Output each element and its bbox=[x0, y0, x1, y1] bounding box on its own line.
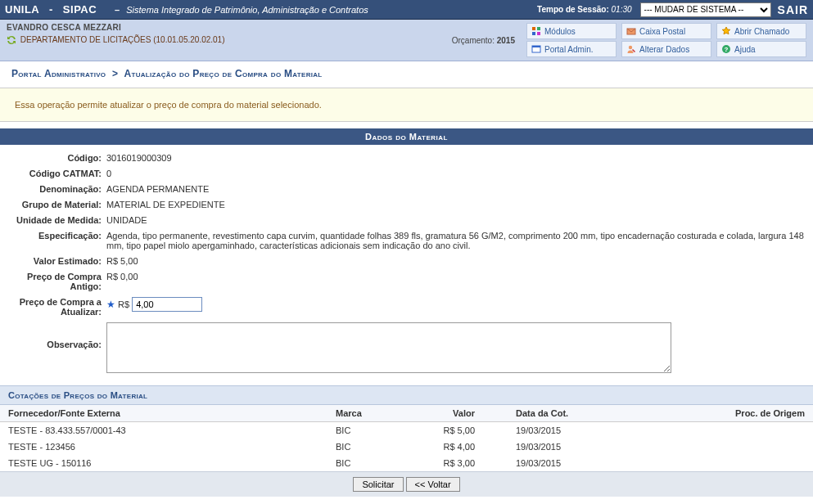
table-row: TESTE - 83.433.557/0001-43BICR$ 5,0019/0… bbox=[0, 422, 813, 439]
svg-rect-2 bbox=[532, 32, 535, 35]
dash2: – bbox=[115, 5, 120, 15]
menu-portal-admin[interactable]: Portal Admin. bbox=[526, 41, 617, 57]
orcamento-year: 2015 bbox=[497, 36, 515, 45]
system-select[interactable]: --- MUDAR DE SISTEMA -- bbox=[640, 2, 771, 17]
cell-fornecedor: TESTE - 123456 bbox=[0, 439, 327, 455]
field-catmat: Código CATMAT: 0 bbox=[8, 165, 805, 181]
required-star-icon: ★ bbox=[106, 299, 115, 310]
label-codigo: Código: bbox=[8, 152, 106, 163]
label-valor-estimado: Valor Estimado: bbox=[8, 255, 106, 266]
svg-text:?: ? bbox=[725, 46, 729, 53]
cell-data: 19/03/2015 bbox=[508, 439, 622, 455]
department: DEPARTAMENTO DE LICITAÇÕES (10.01.05.20.… bbox=[7, 35, 452, 45]
cell-proc bbox=[622, 439, 813, 455]
field-preco-atualizar: Preço de Compra a Atualizar: ★ R$ bbox=[8, 294, 805, 319]
value-grupo: MATERIAL DE EXPEDIENTE bbox=[106, 199, 805, 209]
cell-fornecedor: TESTE - 83.433.557/0001-43 bbox=[0, 422, 327, 439]
menu-abrir-label: Abrir Chamado bbox=[734, 27, 789, 36]
col-fornecedor: Fornecedor/Fonte Externa bbox=[0, 405, 327, 422]
app-abbrev: UNILA bbox=[5, 3, 39, 16]
label-grupo: Grupo de Material: bbox=[8, 199, 106, 209]
cell-data: 19/03/2015 bbox=[508, 422, 622, 439]
breadcrumb: Portal Administrativo > Atualização do P… bbox=[0, 61, 813, 88]
button-row: Solicitar << Voltar bbox=[0, 471, 813, 497]
dash: - bbox=[49, 3, 53, 16]
cell-proc bbox=[622, 455, 813, 471]
field-unidade: Unidade de Medida: UNIDADE bbox=[8, 212, 805, 227]
value-preco-atualizar: ★ R$ bbox=[106, 296, 805, 312]
orcamento: Orçamento: 2015 bbox=[452, 36, 515, 45]
preco-atualizar-input[interactable] bbox=[132, 297, 202, 312]
app-subtitle: Sistema Integrado de Patrimônio, Adminis… bbox=[126, 5, 368, 15]
value-especificacao: Agenda, tipo permanente, revestimento ca… bbox=[106, 230, 805, 250]
menu-grid: Módulos Caixa Postal Abrir Chamado Porta… bbox=[526, 23, 806, 57]
menu-abrir-chamado[interactable]: Abrir Chamado bbox=[716, 23, 806, 39]
field-especificacao: Especificação: Agenda, tipo permanente, … bbox=[8, 227, 805, 253]
breadcrumb-sep: > bbox=[112, 68, 118, 79]
currency-prefix: R$ bbox=[118, 299, 129, 309]
label-denominacao: Denominação: bbox=[8, 183, 106, 194]
cell-valor: R$ 4,00 bbox=[426, 439, 508, 455]
portal-icon bbox=[531, 44, 541, 54]
value-codigo: 3016019000309 bbox=[106, 152, 805, 163]
cell-valor: R$ 3,00 bbox=[426, 455, 508, 471]
breadcrumb-root[interactable]: Portal Administrativo bbox=[11, 68, 106, 79]
breadcrumb-current: Atualização do Preço de Compra do Materi… bbox=[124, 68, 323, 79]
session-info: Tempo de Sessão: 01:30 bbox=[537, 5, 631, 14]
cell-data: 19/03/2015 bbox=[508, 455, 622, 471]
menu-modulos[interactable]: Módulos bbox=[526, 23, 617, 39]
menu-modulos-label: Módulos bbox=[544, 27, 576, 36]
table-row: TESTE - 123456BICR$ 4,0019/03/2015 bbox=[0, 439, 813, 455]
cell-valor: R$ 5,00 bbox=[426, 422, 508, 439]
menu-ajuda-label: Ajuda bbox=[734, 45, 756, 54]
cell-fornecedor: TESTE UG - 150116 bbox=[0, 455, 327, 471]
quot-header-row: Fornecedor/Fonte Externa Marca Valor Dat… bbox=[0, 405, 813, 422]
field-denominacao: Denominação: AGENDA PERMANENTE bbox=[8, 181, 805, 196]
orcamento-label: Orçamento: bbox=[452, 36, 495, 45]
svg-rect-0 bbox=[532, 27, 535, 30]
col-data: Data da Cot. bbox=[508, 405, 622, 422]
voltar-button[interactable]: << Voltar bbox=[406, 477, 460, 492]
info-box: Essa operação permite atualizar o preço … bbox=[0, 88, 813, 122]
field-codigo: Código: 3016019000309 bbox=[8, 150, 805, 165]
menu-alterar-label: Alterar Dados bbox=[639, 45, 689, 54]
solicitar-button[interactable]: Solicitar bbox=[353, 477, 403, 492]
user-edit-icon bbox=[626, 44, 636, 54]
help-icon: ? bbox=[721, 44, 731, 54]
mailbox-icon bbox=[626, 26, 636, 36]
svg-rect-6 bbox=[532, 46, 540, 47]
quotations-header: Cotações de Preços do Material bbox=[0, 385, 813, 405]
subbar-left: EVANDRO CESCA MEZZARI DEPARTAMENTO DE LI… bbox=[7, 23, 452, 57]
exit-link[interactable]: SAIR bbox=[778, 3, 808, 16]
label-unidade: Unidade de Medida: bbox=[8, 214, 106, 225]
col-proc: Proc. de Origem bbox=[622, 405, 813, 422]
app-name: UNILA - SIPAC bbox=[5, 3, 97, 16]
cell-marca: BIC bbox=[327, 422, 426, 439]
menu-portal-label: Portal Admin. bbox=[544, 45, 593, 54]
section-header-material: Dados do Material bbox=[0, 128, 813, 145]
session-time: 01:30 bbox=[612, 5, 632, 14]
subbar: EVANDRO CESCA MEZZARI DEPARTAMENTO DE LI… bbox=[0, 20, 813, 61]
col-valor: Valor bbox=[426, 405, 508, 422]
field-valor-estimado: Valor Estimado: R$ 5,00 bbox=[8, 253, 805, 268]
cell-marca: BIC bbox=[327, 439, 426, 455]
value-valor-estimado: R$ 5,00 bbox=[106, 255, 805, 266]
label-especificacao: Especificação: bbox=[8, 230, 106, 241]
value-unidade: UNIDADE bbox=[106, 214, 805, 225]
menu-alterar-dados[interactable]: Alterar Dados bbox=[621, 41, 711, 57]
svg-rect-1 bbox=[537, 27, 540, 30]
observacao-textarea[interactable] bbox=[106, 322, 671, 373]
star-icon bbox=[721, 26, 731, 36]
value-denominacao: AGENDA PERMANENTE bbox=[106, 183, 805, 194]
table-row: TESTE UG - 150116BICR$ 3,0019/03/2015 bbox=[0, 455, 813, 471]
menu-ajuda[interactable]: ? Ajuda bbox=[716, 41, 806, 57]
cell-proc bbox=[622, 422, 813, 439]
modules-icon bbox=[531, 26, 541, 36]
svg-rect-3 bbox=[537, 32, 540, 35]
menu-caixa-postal[interactable]: Caixa Postal bbox=[621, 23, 711, 39]
user-name: EVANDRO CESCA MEZZARI bbox=[7, 23, 452, 32]
col-marca: Marca bbox=[327, 405, 426, 422]
refresh-icon bbox=[7, 35, 16, 45]
field-preco-antigo: Preço de Compra Antigo: R$ 0,00 bbox=[8, 268, 805, 294]
department-text: DEPARTAMENTO DE LICITAÇÕES (10.01.05.20.… bbox=[20, 35, 225, 44]
